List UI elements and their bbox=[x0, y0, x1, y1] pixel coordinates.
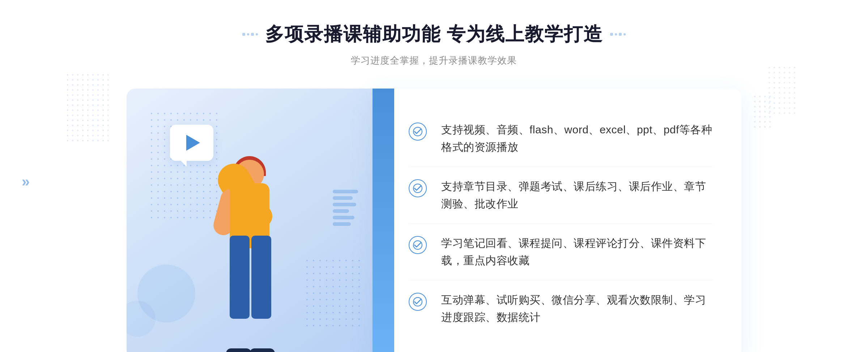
deco-stripe-1 bbox=[333, 190, 358, 193]
check-icon-3 bbox=[409, 236, 427, 254]
header-subtitle: 学习进度全掌握，提升录播课教学效果 bbox=[242, 54, 626, 67]
right-deco-dots bbox=[752, 94, 774, 130]
deco-stripe-3 bbox=[333, 203, 356, 206]
figure-shoe-right bbox=[250, 348, 275, 352]
page-container: » 多项录播课辅助功能 专为线上教学打造 学习进度全掌握，提升录播课教学效果 bbox=[0, 0, 868, 352]
illustration-panel bbox=[127, 89, 373, 352]
play-icon bbox=[186, 135, 200, 151]
feature-item-4: 互动弹幕、试听购买、微信分享、观看次数限制、学习进度跟踪、数据统计 bbox=[409, 280, 712, 337]
chevron-left-decor: » bbox=[22, 173, 30, 190]
feature-item-1: 支持视频、音频、flash、word、excel、ppt、pdf等各种格式的资源… bbox=[409, 110, 712, 167]
header-deco-right bbox=[610, 33, 626, 36]
header-deco-left bbox=[242, 33, 258, 36]
feature-item-3: 学习笔记回看、课程提问、课程评论打分、课件资料下载，重点内容收藏 bbox=[409, 224, 712, 280]
deco-stripe-4 bbox=[333, 209, 349, 213]
header-title-row: 多项录播课辅助功能 专为线上教学打造 bbox=[242, 22, 626, 47]
figure-right-leg bbox=[251, 236, 271, 319]
figure-shoe-left bbox=[226, 348, 251, 352]
bg-dots-left bbox=[65, 72, 109, 145]
deco-stripe-5 bbox=[333, 216, 354, 219]
feature-text-3: 学习笔记回看、课程提问、课程评论打分、课件资料下载，重点内容收藏 bbox=[441, 235, 712, 269]
illus-bg-dots-2 bbox=[304, 257, 362, 330]
check-icon-2 bbox=[409, 179, 427, 197]
deco-stripe-6 bbox=[333, 222, 351, 226]
feature-text-1: 支持视频、音频、flash、word、excel、ppt、pdf等各种格式的资源… bbox=[441, 121, 712, 156]
feature-text-2: 支持章节目录、弹题考试、课后练习、课后作业、章节测验、批改作业 bbox=[441, 178, 712, 213]
deco-stripes bbox=[333, 190, 358, 233]
human-figure bbox=[192, 149, 307, 352]
check-icon-4 bbox=[409, 293, 427, 311]
page-title: 多项录播课辅助功能 专为线上教学打造 bbox=[265, 22, 603, 47]
check-icon-1 bbox=[409, 123, 427, 141]
features-panel: 支持视频、音频、flash、word、excel、ppt、pdf等各种格式的资源… bbox=[373, 89, 741, 352]
deco-stripe-2 bbox=[333, 196, 353, 200]
main-content: 支持视频、音频、flash、word、excel、ppt、pdf等各种格式的资源… bbox=[127, 89, 741, 352]
figure-left-leg bbox=[230, 236, 250, 319]
feature-text-4: 互动弹幕、试听购买、微信分享、观看次数限制、学习进度跟踪、数据统计 bbox=[441, 291, 712, 326]
feature-item-2: 支持章节目录、弹题考试、课后练习、课后作业、章节测验、批改作业 bbox=[409, 167, 712, 224]
header-section: 多项录播课辅助功能 专为线上教学打造 学习进度全掌握，提升录播课教学效果 bbox=[242, 22, 626, 67]
